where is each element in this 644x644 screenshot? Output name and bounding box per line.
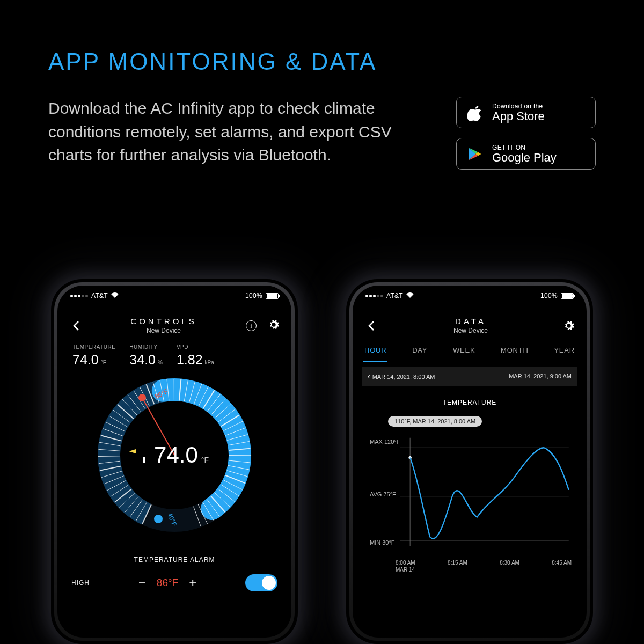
- chevron-left-icon[interactable]: ‹: [368, 372, 370, 380]
- humidity-reading: HUMIDITY 34.0%: [129, 344, 163, 368]
- tab-day[interactable]: DAY: [412, 346, 427, 354]
- wifi-icon: [406, 292, 414, 299]
- apple-icon: [466, 104, 485, 122]
- google-play-button[interactable]: GET IT ON Google Play: [456, 138, 596, 170]
- settings-button[interactable]: [563, 320, 575, 332]
- avg-line-label: AVG 75°F: [370, 491, 396, 497]
- tab-week[interactable]: WEEK: [453, 346, 475, 354]
- alarm-high-label: HIGH: [71, 579, 90, 587]
- phone-notch: [118, 286, 231, 302]
- temperature-chart[interactable]: MAX 120°F AVG 75°F MIN 30°F: [365, 433, 574, 557]
- back-button[interactable]: [69, 319, 83, 333]
- gauge-value: 74.0: [154, 442, 198, 468]
- screen-title: CONTROLS: [83, 317, 244, 326]
- app-store-small: Download on the: [492, 103, 545, 110]
- tab-month[interactable]: MONTH: [501, 346, 529, 354]
- chart-x-label: MAR 14: [365, 567, 574, 573]
- battery-pct: 100%: [540, 292, 558, 299]
- temperature-reading: TEMPERATURE 74.0°F: [72, 344, 115, 368]
- signal-icon: [70, 295, 88, 297]
- app-store-button[interactable]: Download on the App Store: [456, 97, 596, 128]
- settings-button[interactable]: [268, 319, 280, 331]
- time-range-tabs: HOUR DAY WEEK MONTH YEAR: [362, 340, 577, 362]
- battery-pct: 100%: [245, 292, 262, 299]
- decrement-button[interactable]: −: [138, 575, 146, 590]
- gauge-unit: °F: [201, 456, 209, 464]
- svg-line-15: [98, 456, 120, 457]
- app-store-big: App Store: [492, 110, 545, 122]
- page-description: Download the AC Infinity app to check cl…: [48, 97, 413, 167]
- signal-icon: [365, 295, 383, 297]
- date-range-bar[interactable]: ‹MAR 14, 2021, 8:00 AM MAR 14, 2021, 9:0…: [362, 367, 577, 386]
- thermometer-icon: 🌡: [140, 455, 149, 465]
- alarm-section-title: TEMPERATURE ALARM: [71, 556, 277, 564]
- wifi-icon: [111, 292, 119, 299]
- svg-point-66: [154, 515, 163, 523]
- tab-year[interactable]: YEAR: [554, 346, 575, 354]
- google-play-small: GET IT ON: [492, 144, 557, 151]
- alarm-high-value: 86°F: [157, 577, 178, 589]
- battery-icon: [561, 293, 574, 299]
- screen-title: DATA: [378, 317, 563, 326]
- screen-subtitle: New Device: [378, 327, 563, 334]
- temperature-gauge[interactable]: 🌡 74.0 °F 86°F 40°F: [97, 377, 252, 533]
- carrier-label: AT&T: [386, 292, 403, 299]
- phone-data: AT&T 4:48PM 100% DATA New Device: [346, 279, 593, 644]
- alarm-toggle[interactable]: [245, 574, 277, 591]
- phone-notch: [413, 286, 526, 302]
- info-button[interactable]: i: [244, 319, 258, 333]
- battery-icon: [266, 293, 279, 299]
- tab-hour[interactable]: HOUR: [364, 346, 386, 354]
- chart-x-axis: 8:00 AM 8:15 AM 8:30 AM 8:45 AM: [365, 557, 574, 566]
- chart-title: TEMPERATURE: [365, 399, 574, 406]
- min-line-label: MIN 30°F: [370, 539, 395, 546]
- back-button[interactable]: [364, 319, 378, 333]
- screen-subtitle: New Device: [83, 327, 244, 334]
- google-play-big: Google Play: [492, 151, 557, 164]
- phone-controls: AT&T 4:48PM 100% CONTROLS: [51, 279, 298, 644]
- carrier-label: AT&T: [91, 292, 108, 299]
- vpd-reading: VPD 1.82kPa: [177, 344, 214, 368]
- chart-tooltip: 110°F, MAR 14, 2021, 8:00 AM: [388, 416, 482, 427]
- increment-button[interactable]: +: [189, 575, 196, 590]
- max-line-label: MAX 120°F: [370, 438, 400, 445]
- svg-point-65: [138, 394, 146, 401]
- page-headline: APP MONITORING & DATA: [48, 48, 596, 75]
- google-play-icon: [466, 145, 485, 163]
